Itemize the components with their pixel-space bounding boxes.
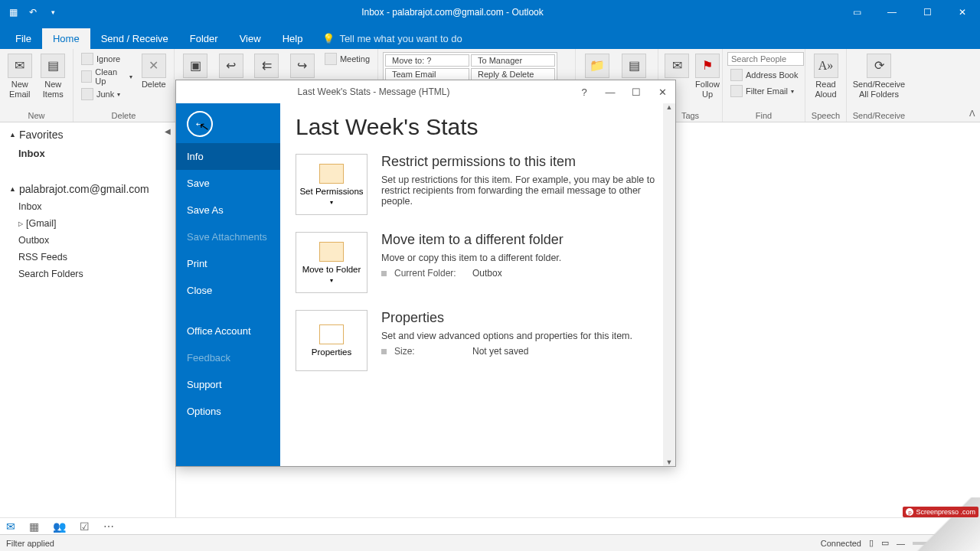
backstage-print[interactable]: Print: [176, 250, 280, 277]
properties-header: Properties: [381, 310, 660, 326]
properties-button[interactable]: Properties: [296, 310, 368, 371]
new-items-button[interactable]: ▤New Items: [38, 52, 69, 101]
tab-file[interactable]: File: [5, 28, 42, 49]
address-book-button[interactable]: Address Book: [727, 68, 804, 82]
move-button[interactable]: 📁: [580, 52, 614, 80]
tab-view[interactable]: View: [229, 28, 272, 49]
collapse-pane-icon[interactable]: ◀: [165, 127, 171, 135]
reply-all-button[interactable]: ⇇: [250, 52, 283, 80]
followup-button[interactable]: ⚑Follow Up: [694, 52, 721, 101]
quickstep-replydelete[interactable]: Reply & Delete: [471, 68, 555, 80]
status-bar: Filter applied Connected ▯ ▭ —: [0, 534, 980, 551]
people-icon[interactable]: 👥: [53, 520, 66, 533]
move-header: Move item to a different folder: [381, 232, 660, 248]
tab-folder[interactable]: Folder: [179, 28, 229, 49]
unread-icon: ✉: [665, 54, 689, 78]
folder-gmail[interactable]: ▷[Gmail]: [0, 215, 175, 232]
folder-outbox[interactable]: Outbox: [0, 232, 175, 249]
collapse-ribbon-icon[interactable]: ᐱ: [969, 109, 975, 119]
view-reading-icon[interactable]: ▭: [881, 538, 889, 548]
content-scrollbar[interactable]: ▲▼: [663, 103, 675, 466]
lightbulb-icon: 💡: [322, 33, 335, 44]
cleanup-button[interactable]: Clean Up▾: [78, 67, 136, 86]
modal-help-icon[interactable]: ?: [571, 80, 597, 103]
junk-button[interactable]: Junk▾: [78, 87, 136, 101]
backstage-info[interactable]: Info: [176, 143, 280, 170]
archive-button[interactable]: ▣: [179, 52, 211, 80]
back-button[interactable]: ←: [187, 111, 213, 137]
backstage-options[interactable]: Options: [176, 398, 280, 425]
read-aloud-button[interactable]: A»Read Aloud: [810, 52, 841, 101]
unread-button[interactable]: ✉: [663, 52, 691, 80]
tab-send-receive[interactable]: Send / Receive: [90, 28, 179, 49]
delete-button[interactable]: ✕Delete: [139, 52, 169, 91]
tab-home[interactable]: Home: [42, 28, 90, 49]
group-label-delete: Delete: [78, 109, 169, 120]
qat-dropdown-icon[interactable]: ▾: [46, 5, 60, 19]
mail-icon[interactable]: ✉: [6, 520, 15, 533]
modal-maximize-icon[interactable]: ☐: [623, 80, 649, 103]
folder-inbox[interactable]: Inbox: [0, 198, 175, 215]
backstage-saveas[interactable]: Save As: [176, 197, 280, 223]
meeting-button[interactable]: Meeting: [322, 52, 373, 66]
filter-icon: [730, 85, 743, 97]
tab-help[interactable]: Help: [272, 28, 314, 49]
maximize-icon[interactable]: ☐: [910, 0, 945, 24]
navigation-bar: ✉ ▦ 👥 ☑ ⋯: [0, 517, 980, 534]
ribbon-display-icon[interactable]: ▭: [839, 0, 874, 24]
reply-all-icon: ⇇: [254, 54, 279, 78]
group-label-sendreceive: Send/Receive: [851, 109, 906, 120]
delete-icon: ✕: [142, 54, 166, 78]
send-receive-all-button[interactable]: ⟳Send/Receive All Folders: [851, 52, 906, 101]
new-email-icon: ✉: [8, 54, 32, 78]
quickstep-moveto[interactable]: Move to: ?: [385, 54, 469, 67]
minimize-icon[interactable]: —: [874, 0, 910, 24]
folder-search[interactable]: Search Folders: [0, 266, 175, 282]
status-filter: Filter applied: [6, 539, 54, 548]
new-email-button[interactable]: ✉New Email: [5, 52, 35, 101]
backstage-save[interactable]: Save: [176, 170, 280, 197]
backstage-saveatt: Save Attachments: [176, 223, 280, 250]
backstage-nav: ← Info Save Save As Save Attachments Pri…: [176, 103, 280, 466]
zoom-slider[interactable]: [913, 542, 974, 545]
ignore-button[interactable]: Ignore: [78, 52, 136, 66]
group-label-new: New: [5, 109, 68, 120]
view-normal-icon[interactable]: ▯: [869, 538, 874, 548]
current-folder-value: Outbox: [472, 268, 502, 279]
close-icon[interactable]: ✕: [945, 0, 980, 24]
rules-button[interactable]: ▤: [617, 52, 651, 80]
current-folder-label: Current Folder:: [394, 268, 465, 279]
modal-minimize-icon[interactable]: —: [597, 80, 623, 103]
account-header[interactable]: ▲palabrajot.com@gmail.com: [0, 177, 175, 198]
group-label-find: Find: [727, 109, 800, 120]
quickstep-tomanager[interactable]: To Manager: [471, 54, 555, 67]
more-icon[interactable]: ⋯: [103, 520, 114, 533]
backstage-support[interactable]: Support: [176, 371, 280, 398]
favorites-inbox[interactable]: Inbox: [0, 144, 175, 163]
zoom-out-icon[interactable]: —: [897, 539, 905, 548]
folder-rss[interactable]: RSS Feeds: [0, 249, 175, 266]
tell-me-label: Tell me what you want to do: [339, 33, 462, 44]
tell-me-search[interactable]: 💡 Tell me what you want to do: [313, 28, 471, 49]
filter-email-button[interactable]: Filter Email▾: [727, 84, 804, 98]
ribbon-tabs: File Home Send / Receive Folder View Hel…: [0, 24, 980, 49]
title-bar: ▦ ↶ ▾ Inbox - palabrajot.com@gmail.com -…: [0, 0, 980, 24]
permissions-icon: [319, 164, 344, 184]
search-people-input[interactable]: [727, 52, 804, 66]
set-permissions-button[interactable]: Set Permissions▾: [296, 154, 368, 215]
backstage-account[interactable]: Office Account: [176, 318, 280, 344]
cleanup-icon: [81, 70, 92, 83]
move-folder-icon: [319, 242, 344, 262]
move-to-folder-button[interactable]: Move to Folder▾: [296, 232, 368, 293]
quickstep-teamemail[interactable]: Team Email: [385, 68, 469, 80]
tasks-icon[interactable]: ☑: [80, 520, 90, 533]
forward-button[interactable]: ↪: [286, 52, 318, 80]
modal-close-icon[interactable]: ✕: [649, 80, 675, 103]
addressbook-icon: [730, 69, 743, 81]
undo-icon[interactable]: ↶: [26, 5, 40, 19]
reply-button[interactable]: ↩: [214, 52, 247, 80]
backstage-close[interactable]: Close: [176, 277, 280, 304]
favorites-header[interactable]: ▲Favorites: [0, 122, 175, 144]
modal-titlebar: Last Week's Stats - Message (HTML) ? — ☐…: [176, 80, 675, 103]
calendar-icon[interactable]: ▦: [29, 520, 39, 533]
